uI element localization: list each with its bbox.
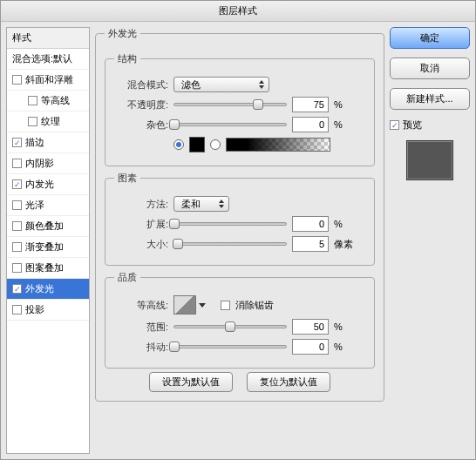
- style-inner-shadow[interactable]: 内阴影: [7, 153, 89, 174]
- jitter-slider[interactable]: [173, 345, 287, 348]
- noise-unit: %: [334, 119, 358, 130]
- antialias-label: 消除锯齿: [235, 299, 274, 312]
- style-label: 图案叠加: [25, 261, 64, 274]
- checkbox-icon[interactable]: [28, 117, 37, 126]
- size-label: 大小:: [114, 238, 168, 251]
- range-slider[interactable]: [173, 325, 287, 328]
- size-input[interactable]: [292, 236, 329, 252]
- range-unit: %: [334, 321, 358, 332]
- layer-style-dialog: 图层样式 样式 混合选项:默认 斜面和浮雕 等高线 纹理 描边 内阴影 内发光 …: [0, 0, 476, 460]
- style-label: 渐变叠加: [25, 240, 64, 254]
- reset-default-button[interactable]: 复位为默认值: [247, 372, 330, 392]
- styles-list: 样式 混合选项:默认 斜面和浮雕 等高线 纹理 描边 内阴影 内发光 光泽 颜色…: [6, 27, 90, 454]
- range-input[interactable]: [292, 319, 329, 335]
- size-unit: 像素: [334, 238, 358, 251]
- opacity-label: 不透明度:: [114, 98, 168, 112]
- jitter-unit: %: [334, 342, 358, 352]
- style-texture[interactable]: 纹理: [7, 112, 89, 132]
- dialog-title: 图层样式: [1, 1, 475, 22]
- style-label: 内阴影: [25, 157, 54, 170]
- opacity-input[interactable]: [292, 97, 329, 112]
- style-contour[interactable]: 等高线: [7, 91, 89, 112]
- antialias-checkbox[interactable]: [221, 301, 230, 310]
- style-label: 等高线: [41, 94, 70, 107]
- style-color-overlay[interactable]: 颜色叠加: [7, 216, 89, 237]
- contour-label: 等高线:: [114, 299, 168, 312]
- spread-label: 扩展:: [114, 218, 168, 231]
- preview-checkbox[interactable]: [390, 120, 399, 130]
- preview-label: 预览: [403, 118, 422, 132]
- cancel-button[interactable]: 取消: [390, 58, 470, 79]
- jitter-input[interactable]: [292, 339, 329, 355]
- style-label: 外发光: [25, 282, 54, 295]
- noise-input[interactable]: [292, 117, 329, 132]
- style-label: 描边: [25, 136, 44, 149]
- style-label: 斜面和浮雕: [25, 73, 73, 86]
- style-bevel[interactable]: 斜面和浮雕: [7, 70, 89, 91]
- checkbox-icon[interactable]: [12, 221, 22, 231]
- dialog-buttons: 确定 取消 新建样式... 预览: [390, 27, 470, 454]
- new-style-button[interactable]: 新建样式...: [390, 88, 470, 110]
- spread-slider[interactable]: [173, 222, 287, 226]
- style-label: 光泽: [25, 199, 44, 212]
- glow-gradient-picker[interactable]: [226, 138, 330, 152]
- style-satin[interactable]: 光泽: [7, 195, 89, 216]
- checkbox-icon[interactable]: [12, 179, 22, 189]
- glow-color-swatch[interactable]: [189, 137, 205, 152]
- checkbox-icon[interactable]: [12, 159, 22, 168]
- options-panel: 外发光 结构 混合模式: 滤色 不透明度: % 杂色:: [95, 27, 384, 454]
- checkbox-icon[interactable]: [12, 263, 22, 273]
- elements-fieldset: 图素 方法: 柔和 扩展: % 大小: 像: [105, 172, 375, 266]
- outer-glow-fieldset: 外发光 结构 混合模式: 滤色 不透明度: % 杂色:: [95, 27, 384, 402]
- style-label: 纹理: [41, 115, 60, 128]
- quality-legend: 品质: [114, 271, 140, 284]
- spread-input[interactable]: [292, 216, 329, 232]
- noise-slider[interactable]: [173, 123, 287, 126]
- checkbox-icon[interactable]: [12, 138, 22, 147]
- style-inner-glow[interactable]: 内发光: [7, 174, 89, 195]
- set-default-button[interactable]: 设置为默认值: [149, 372, 233, 392]
- checkbox-icon[interactable]: [12, 200, 22, 210]
- ok-button[interactable]: 确定: [390, 27, 470, 49]
- checkbox-icon[interactable]: [12, 75, 22, 85]
- quality-fieldset: 品质 等高线: 消除锯齿 范围: % 抖: [105, 271, 375, 369]
- style-gradient-overlay[interactable]: 渐变叠加: [7, 237, 89, 258]
- style-label: 内发光: [25, 178, 54, 191]
- panel-title: 外发光: [105, 27, 140, 40]
- opacity-slider[interactable]: [173, 103, 287, 106]
- noise-label: 杂色:: [114, 118, 168, 132]
- range-label: 范围:: [114, 321, 168, 334]
- elements-legend: 图素: [114, 172, 140, 185]
- style-label: 投影: [25, 303, 44, 316]
- opacity-unit: %: [334, 99, 358, 110]
- blend-options-default[interactable]: 混合选项:默认: [7, 49, 89, 70]
- spread-unit: %: [334, 219, 358, 229]
- contour-picker[interactable]: [173, 295, 196, 315]
- structure-legend: 结构: [114, 52, 140, 65]
- blend-mode-select[interactable]: 滤色: [173, 77, 269, 92]
- style-drop-shadow[interactable]: 投影: [7, 300, 89, 321]
- style-stroke[interactable]: 描边: [7, 132, 89, 153]
- gradient-radio[interactable]: [210, 139, 221, 150]
- color-radio[interactable]: [173, 139, 184, 150]
- blend-mode-label: 混合模式:: [114, 78, 168, 91]
- style-outer-glow[interactable]: 外发光: [7, 279, 89, 300]
- technique-label: 方法:: [114, 198, 168, 211]
- jitter-label: 抖动:: [114, 341, 168, 354]
- style-pattern-overlay[interactable]: 图案叠加: [7, 258, 89, 279]
- size-slider[interactable]: [173, 242, 287, 246]
- styles-header: 样式: [7, 28, 89, 49]
- checkbox-icon[interactable]: [12, 305, 22, 315]
- structure-fieldset: 结构 混合模式: 滤色 不透明度: % 杂色:: [105, 52, 375, 166]
- checkbox-icon[interactable]: [12, 242, 22, 252]
- style-label: 颜色叠加: [25, 220, 64, 233]
- technique-select[interactable]: 柔和: [173, 196, 229, 212]
- checkbox-icon[interactable]: [12, 284, 22, 294]
- preview-swatch: [406, 140, 453, 180]
- checkbox-icon[interactable]: [28, 96, 37, 105]
